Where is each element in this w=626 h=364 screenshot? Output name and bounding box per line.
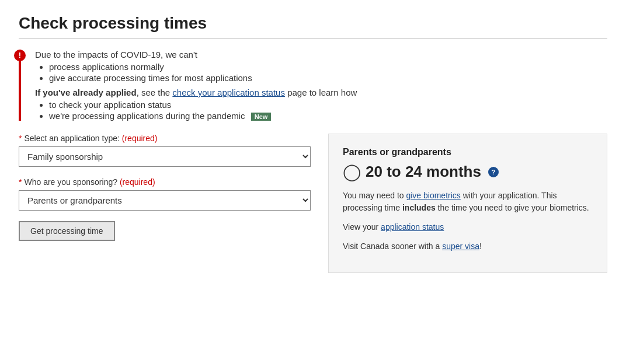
sponsor-label: *Who are you sponsoring? (required) [19, 177, 311, 187]
app-type-select[interactable]: Family sponsorship Express Entry Provinc… [19, 146, 311, 167]
app-type-required: (required) [122, 134, 158, 143]
info-icon[interactable]: ? [488, 167, 499, 177]
result-para2: View your application status [343, 221, 593, 233]
title-divider [19, 38, 607, 39]
sponsor-asterisk: * [19, 177, 22, 187]
alert-icon: ! [14, 50, 26, 61]
result-para1: You may need to give biometrics with you… [343, 190, 593, 214]
time-range: 20 to 24 months [366, 163, 481, 181]
alert-bullet-1: process applications normally [49, 62, 607, 72]
processing-time: ◯ 20 to 24 months ? [343, 162, 593, 181]
alert-applied-text: If you've already applied, see the check… [35, 88, 607, 97]
includes-bold: includes [402, 203, 436, 212]
result-para3: Visit Canada sooner with a super visa! [343, 240, 593, 253]
check-status-link[interactable]: check your application status [172, 88, 285, 97]
sponsor-required: (required) [120, 177, 155, 187]
app-type-label: *Select an application type: (required) [19, 134, 311, 143]
alert-intro: Due to the impacts of COVID-19, we can't [35, 50, 607, 60]
super-visa-link[interactable]: super visa [442, 242, 479, 251]
clock-icon: ◯ [343, 162, 361, 181]
new-badge: New [251, 113, 272, 121]
alert-applied-bullets: to check your application status we're p… [49, 100, 607, 121]
sponsor-select[interactable]: Parents or grandparents Spouse or partne… [19, 190, 311, 211]
page-title: Check processing times [19, 14, 607, 33]
result-category: Parents or grandparents [343, 147, 593, 158]
right-panel: Parents or grandparents ◯ 20 to 24 month… [328, 134, 607, 273]
alert-bullets: process applications normally give accur… [49, 62, 607, 83]
alert-applied-rest: , see the [137, 88, 173, 97]
alert-box: ! Due to the impacts of COVID-19, we can… [19, 50, 607, 121]
alert-applied-bullet-2: we're processing applications during the… [49, 111, 607, 121]
alert-applied-bullet-1: to check your application status [49, 100, 607, 110]
alert-applied-bold: If you've already applied [35, 88, 137, 97]
get-processing-time-button[interactable]: Get processing time [19, 221, 115, 241]
biometrics-link[interactable]: give biometrics [406, 191, 460, 200]
alert-bullet-2: give accurate processing times for most … [49, 73, 607, 83]
main-content: *Select an application type: (required) … [19, 134, 607, 273]
left-panel: *Select an application type: (required) … [19, 134, 311, 241]
alert-applied-end: page to learn how [285, 88, 357, 97]
application-status-link[interactable]: application status [381, 222, 444, 232]
app-type-asterisk: * [19, 134, 22, 143]
alert-content: Due to the impacts of COVID-19, we can't… [35, 50, 607, 121]
